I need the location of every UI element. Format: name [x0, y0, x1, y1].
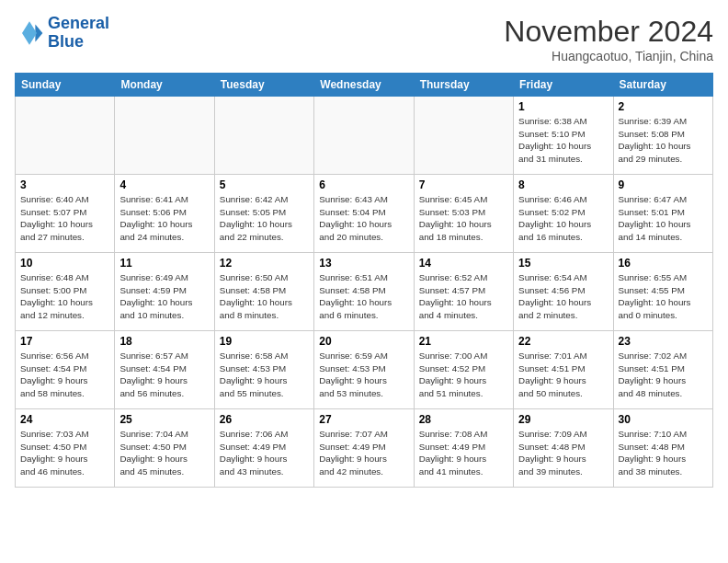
calendar-cell: 19Sunrise: 6:58 AMSunset: 4:53 PMDayligh…: [214, 331, 313, 409]
day-number: 16: [619, 257, 708, 270]
day-info: Sunrise: 6:43 AMSunset: 5:04 PMDaylight:…: [319, 193, 408, 244]
calendar-cell: 10Sunrise: 6:48 AMSunset: 5:00 PMDayligh…: [16, 253, 115, 331]
day-number: 22: [518, 335, 608, 348]
day-info: Sunrise: 6:46 AMSunset: 5:02 PMDaylight:…: [518, 193, 608, 244]
weekday-header: Monday: [115, 74, 214, 97]
day-info: Sunrise: 6:45 AMSunset: 5:03 PMDaylight:…: [419, 193, 508, 244]
day-info: Sunrise: 6:49 AMSunset: 4:59 PMDaylight:…: [119, 271, 209, 322]
day-number: 30: [619, 413, 708, 426]
day-info: Sunrise: 6:47 AMSunset: 5:01 PMDaylight:…: [619, 193, 708, 244]
day-number: 26: [220, 413, 309, 426]
calendar-cell: 2Sunrise: 6:39 AMSunset: 5:08 PMDaylight…: [613, 97, 712, 175]
day-number: 23: [619, 335, 708, 348]
calendar-cell: 14Sunrise: 6:52 AMSunset: 4:57 PMDayligh…: [414, 253, 513, 331]
calendar-cell: 5Sunrise: 6:42 AMSunset: 5:05 PMDaylight…: [214, 175, 313, 253]
calendar-week-row: 10Sunrise: 6:48 AMSunset: 5:00 PMDayligh…: [16, 253, 713, 331]
day-number: 4: [119, 178, 209, 191]
calendar-cell: 15Sunrise: 6:54 AMSunset: 4:56 PMDayligh…: [514, 253, 613, 331]
calendar-cell: 9Sunrise: 6:47 AMSunset: 5:01 PMDaylight…: [613, 175, 712, 253]
day-info: Sunrise: 6:51 AMSunset: 4:58 PMDaylight:…: [319, 271, 408, 322]
day-number: 3: [20, 178, 109, 191]
day-info: Sunrise: 7:03 AMSunset: 4:50 PMDaylight:…: [20, 428, 109, 478]
day-info: Sunrise: 7:02 AMSunset: 4:51 PMDaylight:…: [619, 350, 708, 400]
calendar-cell: 29Sunrise: 7:09 AMSunset: 4:48 PMDayligh…: [514, 409, 613, 488]
calendar-cell: 21Sunrise: 7:00 AMSunset: 4:52 PMDayligh…: [414, 331, 513, 409]
day-info: Sunrise: 7:10 AMSunset: 4:48 PMDaylight:…: [619, 428, 708, 478]
weekday-header: Friday: [514, 74, 613, 97]
day-number: 20: [319, 335, 408, 348]
day-info: Sunrise: 7:08 AMSunset: 4:49 PMDaylight:…: [419, 428, 508, 478]
calendar-cell: 16Sunrise: 6:55 AMSunset: 4:55 PMDayligh…: [613, 253, 712, 331]
calendar-cell: 4Sunrise: 6:41 AMSunset: 5:06 PMDaylight…: [115, 175, 214, 253]
weekday-header: Wednesday: [314, 74, 414, 97]
day-info: Sunrise: 6:59 AMSunset: 4:53 PMDaylight:…: [319, 350, 408, 400]
day-info: Sunrise: 6:57 AMSunset: 4:54 PMDaylight:…: [119, 350, 209, 400]
day-info: Sunrise: 6:48 AMSunset: 5:00 PMDaylight:…: [20, 271, 109, 322]
day-number: 28: [419, 413, 508, 426]
day-info: Sunrise: 7:06 AMSunset: 4:49 PMDaylight:…: [220, 428, 309, 478]
title-block: November 2024 Huangcaotuo, Tianjin, Chin…: [504, 15, 713, 63]
day-info: Sunrise: 7:00 AMSunset: 4:52 PMDaylight:…: [419, 350, 508, 400]
day-number: 19: [220, 335, 309, 348]
day-info: Sunrise: 6:41 AMSunset: 5:06 PMDaylight:…: [119, 193, 209, 244]
logo: General Blue: [15, 15, 109, 52]
day-info: Sunrise: 6:58 AMSunset: 4:53 PMDaylight:…: [220, 350, 309, 400]
day-info: Sunrise: 7:01 AMSunset: 4:51 PMDaylight:…: [518, 350, 608, 400]
calendar-cell: [16, 97, 115, 175]
day-info: Sunrise: 6:39 AMSunset: 5:08 PMDaylight:…: [619, 115, 708, 166]
calendar-cell: [414, 97, 513, 175]
calendar-cell: 25Sunrise: 7:04 AMSunset: 4:50 PMDayligh…: [115, 409, 214, 488]
weekday-header: Sunday: [16, 74, 115, 97]
calendar-cell: 18Sunrise: 6:57 AMSunset: 4:54 PMDayligh…: [115, 331, 214, 409]
calendar-cell: 6Sunrise: 6:43 AMSunset: 5:04 PMDaylight…: [314, 175, 414, 253]
calendar-table: SundayMondayTuesdayWednesdayThursdayFrid…: [15, 73, 713, 488]
day-info: Sunrise: 6:50 AMSunset: 4:58 PMDaylight:…: [220, 271, 309, 322]
day-info: Sunrise: 6:40 AMSunset: 5:07 PMDaylight:…: [20, 193, 109, 244]
calendar-cell: 24Sunrise: 7:03 AMSunset: 4:50 PMDayligh…: [16, 409, 115, 488]
day-number: 7: [419, 178, 508, 191]
calendar-cell: 12Sunrise: 6:50 AMSunset: 4:58 PMDayligh…: [214, 253, 313, 331]
day-info: Sunrise: 6:56 AMSunset: 4:54 PMDaylight:…: [20, 350, 109, 400]
day-info: Sunrise: 6:55 AMSunset: 4:55 PMDaylight:…: [619, 271, 708, 322]
calendar-cell: 7Sunrise: 6:45 AMSunset: 5:03 PMDaylight…: [414, 175, 513, 253]
calendar-cell: [115, 97, 214, 175]
day-number: 17: [20, 335, 109, 348]
weekday-header: Tuesday: [214, 74, 313, 97]
calendar-cell: 13Sunrise: 6:51 AMSunset: 4:58 PMDayligh…: [314, 253, 414, 331]
day-number: 6: [319, 178, 408, 191]
day-number: 18: [119, 335, 209, 348]
calendar-cell: 17Sunrise: 6:56 AMSunset: 4:54 PMDayligh…: [16, 331, 115, 409]
day-number: 5: [220, 178, 309, 191]
day-number: 25: [119, 413, 209, 426]
day-number: 10: [20, 257, 109, 270]
day-number: 24: [20, 413, 109, 426]
calendar-cell: 11Sunrise: 6:49 AMSunset: 4:59 PMDayligh…: [115, 253, 214, 331]
day-number: 21: [419, 335, 508, 348]
day-number: 11: [119, 257, 209, 270]
day-info: Sunrise: 6:54 AMSunset: 4:56 PMDaylight:…: [518, 271, 608, 322]
logo-text: General Blue: [48, 15, 109, 52]
calendar-week-row: 24Sunrise: 7:03 AMSunset: 4:50 PMDayligh…: [16, 409, 713, 488]
day-number: 8: [518, 178, 608, 191]
calendar-cell: 1Sunrise: 6:38 AMSunset: 5:10 PMDaylight…: [514, 97, 613, 175]
calendar-week-row: 3Sunrise: 6:40 AMSunset: 5:07 PMDaylight…: [16, 175, 713, 253]
weekday-header: Saturday: [613, 74, 712, 97]
calendar-cell: 27Sunrise: 7:07 AMSunset: 4:49 PMDayligh…: [314, 409, 414, 488]
day-number: 29: [518, 413, 608, 426]
calendar-week-row: 17Sunrise: 6:56 AMSunset: 4:54 PMDayligh…: [16, 331, 713, 409]
calendar-cell: 30Sunrise: 7:10 AMSunset: 4:48 PMDayligh…: [613, 409, 712, 488]
day-info: Sunrise: 6:42 AMSunset: 5:05 PMDaylight:…: [220, 193, 309, 244]
day-info: Sunrise: 6:38 AMSunset: 5:10 PMDaylight:…: [518, 115, 608, 166]
month-title: November 2024: [504, 15, 713, 49]
calendar-cell: 3Sunrise: 6:40 AMSunset: 5:07 PMDaylight…: [16, 175, 115, 253]
day-info: Sunrise: 7:04 AMSunset: 4:50 PMDaylight:…: [119, 428, 209, 478]
page-header: General Blue November 2024 Huangcaotuo, …: [15, 15, 713, 63]
day-info: Sunrise: 6:52 AMSunset: 4:57 PMDaylight:…: [419, 271, 508, 322]
calendar-cell: 8Sunrise: 6:46 AMSunset: 5:02 PMDaylight…: [514, 175, 613, 253]
calendar-cell: 26Sunrise: 7:06 AMSunset: 4:49 PMDayligh…: [214, 409, 313, 488]
calendar-cell: [214, 97, 313, 175]
calendar-cell: [314, 97, 414, 175]
day-number: 15: [518, 257, 608, 270]
day-info: Sunrise: 7:07 AMSunset: 4:49 PMDaylight:…: [319, 428, 408, 478]
svg-marker-1: [22, 21, 37, 45]
